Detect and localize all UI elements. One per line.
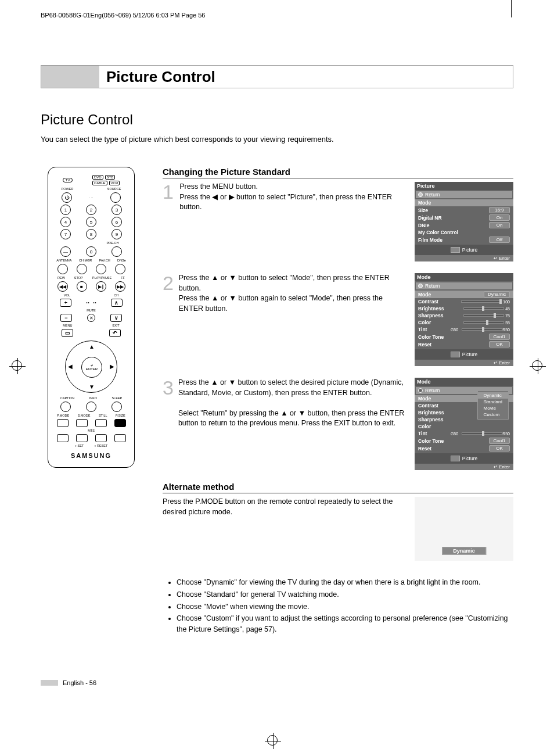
remote-power-label: POWER [62, 187, 74, 191]
picture-icon [451, 456, 460, 461]
remote-up-arrow: ▲ [89, 343, 95, 350]
page-footer: English - 56 [41, 679, 96, 686]
remote-chmgr-button [77, 264, 87, 274]
remote-prech-button [111, 246, 122, 257]
remote-mute-label: MUTE [87, 309, 96, 312]
remote-dnse-button [115, 264, 125, 274]
remote-dvd-label: DVD [92, 175, 103, 180]
osd-reset-label: Reset [418, 446, 431, 452]
remote-right-arrow: ▶ [110, 363, 114, 370]
osd-slider-row: Brightness45 [415, 305, 513, 312]
pmode-value: Dynamic [442, 547, 486, 555]
title-banner: Picture Control [41, 65, 513, 88]
label: STOP [74, 276, 83, 280]
osd-slider-row: Sharpness75 [415, 312, 513, 319]
remote-cable-label: CABLE [92, 181, 107, 185]
osd-popup-option: Dynamic [478, 392, 508, 399]
osd-footer: ↵ Enter [415, 255, 513, 261]
label: PLAY/PAUSE [92, 276, 111, 280]
label: DNSe [117, 259, 126, 262]
tip-item: Choose "Standard" for general TV watchin… [177, 589, 513, 600]
label: ANTENNA [56, 259, 71, 262]
remote-num-1: 1 [60, 205, 71, 215]
pdf-header: BP68-00588G-01Eng(056~069) 5/12/06 6:03 … [41, 12, 513, 19]
osd-reset-value: OK [489, 445, 510, 452]
remote-mts-button [57, 434, 69, 442]
remote-num-5: 5 [86, 217, 96, 227]
label: REW [57, 276, 65, 280]
osd-colortone-value: Cool1 [489, 438, 510, 444]
osd-bottom-bar: Picture [415, 453, 513, 464]
osd-row: Digital NROn [415, 214, 513, 221]
label: STILL [99, 414, 107, 417]
remote-num-2: 2 [86, 205, 96, 215]
osd-reset-value: OK [489, 341, 510, 347]
crop-mark-icon [532, 360, 542, 371]
picture-icon [451, 352, 460, 357]
osd-colortone-label: Color Tone [418, 438, 444, 444]
remote-ch-up: ∧ [111, 299, 123, 307]
tip-item: Choose "Movie" when viewing the movie. [177, 601, 513, 612]
remote-source-label: SOURCE [107, 187, 121, 191]
remote-vol-label: VOL [64, 293, 70, 297]
section-title: Picture Control [41, 112, 513, 128]
remote-num-6: 6 [111, 217, 122, 227]
step-2-body: Press the ▲ or ▼ button to select "Mode"… [179, 273, 408, 366]
remote-num-4: 4 [60, 217, 71, 227]
step-number-2: 2 [163, 273, 174, 366]
label: SLEEP [111, 396, 122, 400]
remote-still-button [95, 419, 107, 427]
osd-footer: ↵ Enter [415, 464, 513, 470]
remote-ch-label: CH [114, 293, 118, 297]
remote-exit-label: EXIT [112, 324, 119, 327]
picture-icon [451, 247, 460, 253]
osd-mode-label: Mode [418, 292, 431, 298]
subheading-changing: Changing the Picture Standard [163, 167, 513, 178]
remote-source-button [110, 192, 121, 203]
label: FAV.CH [99, 259, 110, 262]
osd-popup-option: Custom [478, 411, 508, 418]
step-3-body: Press the ▲ or ▼ button to select the de… [178, 378, 408, 470]
remote-stb-label: STB [105, 175, 116, 180]
label: FF [121, 276, 125, 280]
remote-vcr-label: VCR [109, 181, 120, 185]
osd-reset-label: Reset [418, 342, 431, 347]
remote-left-arrow: ◀ [68, 363, 73, 370]
label: CAPTION [60, 396, 74, 400]
remote-smode-button [76, 419, 88, 427]
osd-tint-slider [462, 432, 502, 435]
osd-bottom-bar: Picture [415, 349, 513, 360]
remote-num-9: 9 [111, 229, 122, 239]
label: P.MODE [57, 414, 69, 417]
remote-play-button: ▶∥ [96, 281, 106, 292]
remote-psize-button [114, 419, 126, 427]
osd-pmode-indicator: Dynamic [415, 497, 513, 561]
osd-tint-right: R50 [502, 432, 510, 436]
osd-colortone-value: Cool1 [489, 334, 510, 340]
remote-control-diagram: TV DVD STB CABLE VCR POWERSOURCE ⏻ [48, 167, 135, 468]
remote-brand: SAMSUNG [53, 452, 129, 459]
remote-blank-button [114, 434, 126, 442]
osd-return: Return [416, 282, 512, 289]
remote-pmode-button [57, 419, 69, 427]
remote-num-3: 3 [111, 205, 122, 215]
remote-vol-up: + [60, 299, 71, 307]
tips-list: Choose "Dynamic" for viewing the TV duri… [163, 577, 513, 636]
osd-row: DNIeOn [415, 221, 513, 229]
osd-bottom-bar: Picture [415, 245, 513, 255]
osd-popup-option: Movie [478, 405, 508, 411]
osd-title: Picture [415, 182, 513, 190]
osd-return: Return [416, 191, 512, 198]
remote-antenna-button [57, 264, 68, 274]
remote-stop-button: ■ [77, 281, 87, 292]
remote-ff-button: ▶▶ [115, 281, 125, 292]
remote-blank-button [95, 434, 107, 442]
osd-tint-label: Tint [418, 327, 427, 332]
osd-tint-slider [462, 328, 502, 331]
osd-popup-option: Standard [478, 399, 508, 405]
osd-row: My Color Control [415, 229, 513, 236]
remote-num-0: 0 [86, 246, 96, 257]
remote-info-button [86, 402, 96, 412]
subheading-alternate: Alternate method [163, 482, 513, 493]
remote-power-button: ⏻ [62, 192, 72, 203]
